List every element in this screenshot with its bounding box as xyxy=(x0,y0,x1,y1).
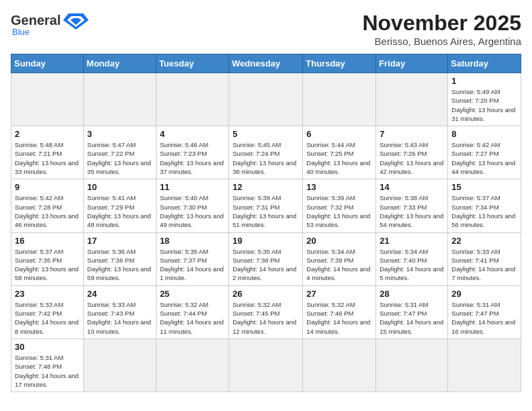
day-number: 9 xyxy=(15,182,80,192)
title-block: November 2025 Berisso, Buenos Aires, Arg… xyxy=(362,11,521,47)
day-number: 6 xyxy=(306,129,372,139)
calendar-day-cell: 21Sunrise: 5:34 AM Sunset: 7:40 PM Dayli… xyxy=(376,232,448,285)
calendar-day-cell: 12Sunrise: 5:39 AM Sunset: 7:31 PM Dayli… xyxy=(229,179,303,232)
day-number: 3 xyxy=(87,129,152,139)
day-number: 11 xyxy=(160,182,225,192)
weekday-header-wednesday: Wednesday xyxy=(229,54,303,73)
day-number: 1 xyxy=(451,76,517,86)
day-info: Sunrise: 5:48 AM Sunset: 7:21 PM Dayligh… xyxy=(15,140,80,176)
calendar-week-row: 16Sunrise: 5:37 AM Sunset: 7:35 PM Dayli… xyxy=(11,232,521,285)
calendar-day-cell: 16Sunrise: 5:37 AM Sunset: 7:35 PM Dayli… xyxy=(11,232,84,285)
day-info: Sunrise: 5:47 AM Sunset: 7:22 PM Dayligh… xyxy=(87,140,152,176)
day-number: 7 xyxy=(380,129,444,139)
calendar-day-cell: 13Sunrise: 5:39 AM Sunset: 7:32 PM Dayli… xyxy=(303,179,376,232)
page-header: General Blue November 2025 Berisso, Buen… xyxy=(11,11,521,47)
calendar-day-cell xyxy=(156,338,228,392)
day-info: Sunrise: 5:35 AM Sunset: 7:38 PM Dayligh… xyxy=(232,247,299,283)
calendar-day-cell: 15Sunrise: 5:37 AM Sunset: 7:34 PM Dayli… xyxy=(448,179,521,232)
calendar-week-row: 2Sunrise: 5:48 AM Sunset: 7:21 PM Daylig… xyxy=(11,126,521,179)
day-number: 20 xyxy=(306,236,372,246)
day-number: 26 xyxy=(232,289,299,299)
day-number: 21 xyxy=(380,236,444,246)
weekday-header-row: SundayMondayTuesdayWednesdayThursdayFrid… xyxy=(11,54,521,73)
logo-text-general: General xyxy=(11,13,60,28)
day-info: Sunrise: 5:31 AM Sunset: 7:48 PM Dayligh… xyxy=(15,353,80,389)
day-info: Sunrise: 5:43 AM Sunset: 7:26 PM Dayligh… xyxy=(380,140,444,176)
day-info: Sunrise: 5:32 AM Sunset: 7:46 PM Dayligh… xyxy=(306,300,372,336)
day-number: 13 xyxy=(306,182,372,192)
day-info: Sunrise: 5:49 AM Sunset: 7:20 PM Dayligh… xyxy=(451,87,517,123)
calendar-day-cell xyxy=(303,338,376,392)
day-info: Sunrise: 5:41 AM Sunset: 7:29 PM Dayligh… xyxy=(87,193,152,229)
day-info: Sunrise: 5:32 AM Sunset: 7:45 PM Dayligh… xyxy=(232,300,299,336)
day-number: 22 xyxy=(451,236,517,246)
calendar-day-cell: 6Sunrise: 5:44 AM Sunset: 7:25 PM Daylig… xyxy=(303,126,376,179)
calendar-day-cell: 27Sunrise: 5:32 AM Sunset: 7:46 PM Dayli… xyxy=(303,285,376,338)
calendar-day-cell: 18Sunrise: 5:35 AM Sunset: 7:37 PM Dayli… xyxy=(156,232,228,285)
calendar-week-row: 30Sunrise: 5:31 AM Sunset: 7:48 PM Dayli… xyxy=(11,338,521,392)
calendar-day-cell: 20Sunrise: 5:34 AM Sunset: 7:39 PM Dayli… xyxy=(303,232,376,285)
calendar-day-cell xyxy=(156,73,228,126)
day-number: 30 xyxy=(15,342,80,352)
calendar-day-cell xyxy=(229,338,303,392)
calendar-day-cell: 10Sunrise: 5:41 AM Sunset: 7:29 PM Dayli… xyxy=(83,179,156,232)
calendar-day-cell: 30Sunrise: 5:31 AM Sunset: 7:48 PM Dayli… xyxy=(11,338,84,392)
month-title: November 2025 xyxy=(362,11,521,36)
day-info: Sunrise: 5:31 AM Sunset: 7:47 PM Dayligh… xyxy=(380,300,444,336)
day-number: 4 xyxy=(160,129,225,139)
day-info: Sunrise: 5:32 AM Sunset: 7:44 PM Dayligh… xyxy=(160,300,225,336)
day-number: 17 xyxy=(87,236,152,246)
day-number: 29 xyxy=(451,289,517,299)
calendar-day-cell: 8Sunrise: 5:42 AM Sunset: 7:27 PM Daylig… xyxy=(448,126,521,179)
weekday-header-saturday: Saturday xyxy=(448,54,521,73)
logo-blue-icon xyxy=(63,11,89,30)
weekday-header-friday: Friday xyxy=(376,54,448,73)
day-info: Sunrise: 5:42 AM Sunset: 7:28 PM Dayligh… xyxy=(15,193,80,229)
calendar-day-cell: 9Sunrise: 5:42 AM Sunset: 7:28 PM Daylig… xyxy=(11,179,84,232)
calendar-day-cell: 3Sunrise: 5:47 AM Sunset: 7:22 PM Daylig… xyxy=(83,126,156,179)
calendar-day-cell: 11Sunrise: 5:40 AM Sunset: 7:30 PM Dayli… xyxy=(156,179,228,232)
day-info: Sunrise: 5:31 AM Sunset: 7:47 PM Dayligh… xyxy=(451,300,517,336)
calendar-day-cell: 23Sunrise: 5:33 AM Sunset: 7:42 PM Dayli… xyxy=(11,285,84,338)
calendar-day-cell: 5Sunrise: 5:45 AM Sunset: 7:24 PM Daylig… xyxy=(229,126,303,179)
calendar-day-cell: 22Sunrise: 5:33 AM Sunset: 7:41 PM Dayli… xyxy=(448,232,521,285)
day-info: Sunrise: 5:34 AM Sunset: 7:39 PM Dayligh… xyxy=(306,247,372,283)
day-number: 5 xyxy=(232,129,299,139)
day-info: Sunrise: 5:45 AM Sunset: 7:24 PM Dayligh… xyxy=(232,140,299,176)
day-number: 28 xyxy=(380,289,444,299)
calendar-day-cell xyxy=(376,73,448,126)
calendar-week-row: 23Sunrise: 5:33 AM Sunset: 7:42 PM Dayli… xyxy=(11,285,521,338)
day-number: 8 xyxy=(451,129,517,139)
calendar-day-cell: 2Sunrise: 5:48 AM Sunset: 7:21 PM Daylig… xyxy=(11,126,84,179)
logo: General Blue xyxy=(11,11,89,37)
day-number: 10 xyxy=(87,182,152,192)
day-info: Sunrise: 5:33 AM Sunset: 7:41 PM Dayligh… xyxy=(451,247,517,283)
weekday-header-tuesday: Tuesday xyxy=(156,54,228,73)
day-number: 16 xyxy=(15,236,80,246)
calendar-day-cell: 25Sunrise: 5:32 AM Sunset: 7:44 PM Dayli… xyxy=(156,285,228,338)
weekday-header-sunday: Sunday xyxy=(11,54,84,73)
calendar-day-cell: 29Sunrise: 5:31 AM Sunset: 7:47 PM Dayli… xyxy=(448,285,521,338)
day-info: Sunrise: 5:35 AM Sunset: 7:37 PM Dayligh… xyxy=(160,247,225,283)
calendar-day-cell xyxy=(83,338,156,392)
day-number: 23 xyxy=(15,289,80,299)
location: Berisso, Buenos Aires, Argentina xyxy=(362,36,521,47)
day-number: 12 xyxy=(232,182,299,192)
day-number: 18 xyxy=(160,236,225,246)
calendar-day-cell xyxy=(11,73,84,126)
calendar-day-cell: 17Sunrise: 5:36 AM Sunset: 7:36 PM Dayli… xyxy=(83,232,156,285)
calendar-day-cell xyxy=(448,338,521,392)
calendar-table: SundayMondayTuesdayWednesdayThursdayFrid… xyxy=(11,54,521,392)
weekday-header-monday: Monday xyxy=(83,54,156,73)
day-number: 27 xyxy=(306,289,372,299)
day-info: Sunrise: 5:39 AM Sunset: 7:32 PM Dayligh… xyxy=(306,193,372,229)
day-number: 14 xyxy=(380,182,444,192)
calendar-week-row: 1Sunrise: 5:49 AM Sunset: 7:20 PM Daylig… xyxy=(11,73,521,126)
day-info: Sunrise: 5:37 AM Sunset: 7:35 PM Dayligh… xyxy=(15,247,80,283)
day-number: 2 xyxy=(15,129,80,139)
logo-text-blue: Blue xyxy=(12,27,30,37)
day-info: Sunrise: 5:33 AM Sunset: 7:42 PM Dayligh… xyxy=(15,300,80,336)
day-number: 19 xyxy=(232,236,299,246)
day-info: Sunrise: 5:36 AM Sunset: 7:36 PM Dayligh… xyxy=(87,247,152,283)
calendar-day-cell xyxy=(229,73,303,126)
